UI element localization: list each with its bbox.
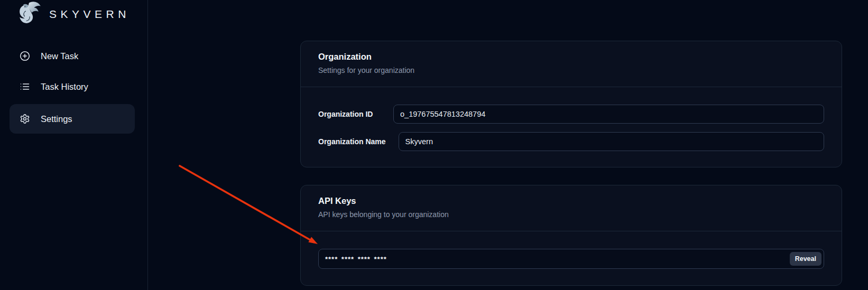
organization-card-header: Organization Settings for your organizat… xyxy=(301,41,842,75)
sidebar-item-label: Task History xyxy=(41,82,88,92)
reveal-button[interactable]: Reveal xyxy=(790,252,821,266)
organization-id-row: Organization ID xyxy=(318,105,824,124)
gear-icon xyxy=(20,114,30,124)
skyvern-settings-page: SKYVERN New Task Task History Settings O… xyxy=(0,0,868,290)
sidebar-item-label: Settings xyxy=(41,114,72,124)
api-key-row: Reveal xyxy=(318,249,824,269)
organization-card-title: Organization xyxy=(318,52,824,61)
organization-name-label: Organization Name xyxy=(318,137,386,146)
sidebar-item-new-task[interactable]: New Task xyxy=(10,41,135,71)
app-title: SKYVERN xyxy=(49,8,130,21)
sidebar-item-task-history[interactable]: Task History xyxy=(10,72,135,101)
logo[interactable]: SKYVERN xyxy=(16,1,130,27)
api-keys-card-title: API Keys xyxy=(318,196,824,205)
skyvern-dragon-logo-icon xyxy=(16,0,42,29)
organization-name-row: Organization Name xyxy=(318,132,824,151)
sidebar-item-settings[interactable]: Settings xyxy=(10,104,135,134)
api-keys-card-header: API Keys API keys belonging to your orga… xyxy=(301,185,842,219)
sidebar: SKYVERN New Task Task History Settings xyxy=(0,0,148,290)
list-icon xyxy=(20,81,30,92)
annotation-arrow-line xyxy=(180,166,312,241)
api-keys-card-subtitle: API keys belonging to your organization xyxy=(318,210,824,219)
organization-id-input[interactable] xyxy=(393,105,824,124)
sidebar-item-label: New Task xyxy=(41,51,78,61)
organization-name-input[interactable] xyxy=(399,132,824,151)
api-keys-card: API Keys API keys belonging to your orga… xyxy=(300,185,842,286)
plus-circle-icon xyxy=(20,51,30,61)
organization-card: Organization Settings for your organizat… xyxy=(300,41,842,167)
api-key-masked-input[interactable] xyxy=(318,249,824,269)
organization-card-subtitle: Settings for your organization xyxy=(318,66,824,75)
organization-id-label: Organization ID xyxy=(318,110,381,118)
